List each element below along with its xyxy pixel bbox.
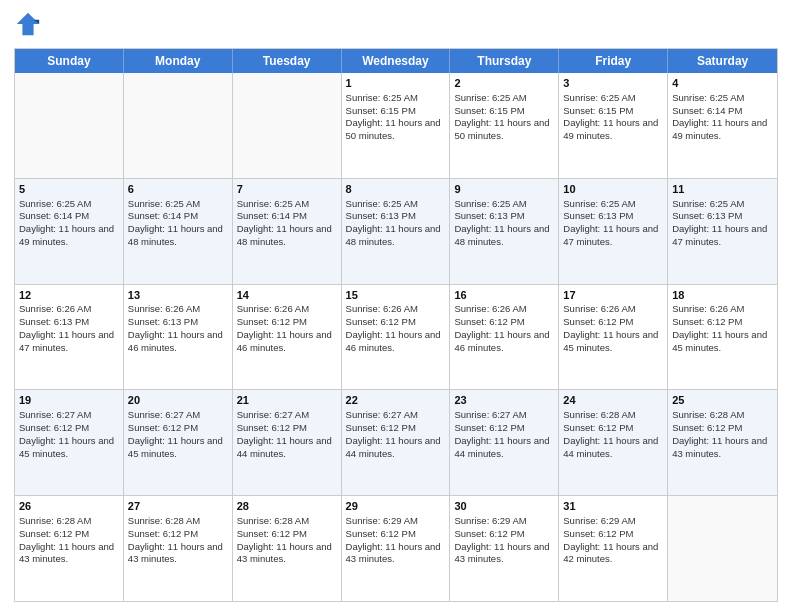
day-cell-30: 30Sunrise: 6:29 AMSunset: 6:12 PMDayligh… (450, 496, 559, 601)
sunrise-text: Sunrise: 6:26 AM (346, 303, 418, 314)
sunset-text: Sunset: 6:13 PM (346, 210, 416, 221)
sunrise-text: Sunrise: 6:25 AM (128, 198, 200, 209)
day-cell-10: 10Sunrise: 6:25 AMSunset: 6:13 PMDayligh… (559, 179, 668, 284)
sunset-text: Sunset: 6:12 PM (346, 528, 416, 539)
sunrise-text: Sunrise: 6:25 AM (672, 92, 744, 103)
sunset-text: Sunset: 6:12 PM (346, 316, 416, 327)
header-day-friday: Friday (559, 49, 668, 73)
day-cell-13: 13Sunrise: 6:26 AMSunset: 6:13 PMDayligh… (124, 285, 233, 390)
sunrise-text: Sunrise: 6:25 AM (672, 198, 744, 209)
day-cell-11: 11Sunrise: 6:25 AMSunset: 6:13 PMDayligh… (668, 179, 777, 284)
sunrise-text: Sunrise: 6:28 AM (128, 515, 200, 526)
day-number: 12 (19, 288, 119, 303)
day-cell-16: 16Sunrise: 6:26 AMSunset: 6:12 PMDayligh… (450, 285, 559, 390)
day-cell-15: 15Sunrise: 6:26 AMSunset: 6:12 PMDayligh… (342, 285, 451, 390)
sunrise-text: Sunrise: 6:26 AM (454, 303, 526, 314)
day-cell-19: 19Sunrise: 6:27 AMSunset: 6:12 PMDayligh… (15, 390, 124, 495)
daylight-text: Daylight: 11 hours and 49 minutes. (19, 223, 114, 247)
day-number: 2 (454, 76, 554, 91)
day-number: 22 (346, 393, 446, 408)
sunset-text: Sunset: 6:15 PM (346, 105, 416, 116)
sunrise-text: Sunrise: 6:25 AM (563, 198, 635, 209)
sunrise-text: Sunrise: 6:29 AM (454, 515, 526, 526)
daylight-text: Daylight: 11 hours and 42 minutes. (563, 541, 658, 565)
header-day-saturday: Saturday (668, 49, 777, 73)
calendar-row-1: 1Sunrise: 6:25 AMSunset: 6:15 PMDaylight… (15, 73, 777, 179)
day-number: 29 (346, 499, 446, 514)
daylight-text: Daylight: 11 hours and 47 minutes. (563, 223, 658, 247)
day-cell-26: 26Sunrise: 6:28 AMSunset: 6:12 PMDayligh… (15, 496, 124, 601)
day-cell-3: 3Sunrise: 6:25 AMSunset: 6:15 PMDaylight… (559, 73, 668, 178)
day-cell-5: 5Sunrise: 6:25 AMSunset: 6:14 PMDaylight… (15, 179, 124, 284)
sunset-text: Sunset: 6:12 PM (237, 422, 307, 433)
logo-icon (14, 10, 42, 38)
sunset-text: Sunset: 6:12 PM (563, 316, 633, 327)
day-cell-23: 23Sunrise: 6:27 AMSunset: 6:12 PMDayligh… (450, 390, 559, 495)
day-cell-8: 8Sunrise: 6:25 AMSunset: 6:13 PMDaylight… (342, 179, 451, 284)
day-number: 14 (237, 288, 337, 303)
daylight-text: Daylight: 11 hours and 43 minutes. (237, 541, 332, 565)
daylight-text: Daylight: 11 hours and 47 minutes. (672, 223, 767, 247)
sunset-text: Sunset: 6:13 PM (19, 316, 89, 327)
daylight-text: Daylight: 11 hours and 44 minutes. (563, 435, 658, 459)
day-number: 21 (237, 393, 337, 408)
sunset-text: Sunset: 6:14 PM (237, 210, 307, 221)
day-cell-6: 6Sunrise: 6:25 AMSunset: 6:14 PMDaylight… (124, 179, 233, 284)
sunrise-text: Sunrise: 6:29 AM (563, 515, 635, 526)
day-cell-24: 24Sunrise: 6:28 AMSunset: 6:12 PMDayligh… (559, 390, 668, 495)
sunset-text: Sunset: 6:13 PM (454, 210, 524, 221)
calendar-row-2: 5Sunrise: 6:25 AMSunset: 6:14 PMDaylight… (15, 179, 777, 285)
calendar-header: SundayMondayTuesdayWednesdayThursdayFrid… (15, 49, 777, 73)
day-number: 24 (563, 393, 663, 408)
day-cell-25: 25Sunrise: 6:28 AMSunset: 6:12 PMDayligh… (668, 390, 777, 495)
empty-cell (668, 496, 777, 601)
calendar-row-4: 19Sunrise: 6:27 AMSunset: 6:12 PMDayligh… (15, 390, 777, 496)
sunset-text: Sunset: 6:12 PM (237, 316, 307, 327)
daylight-text: Daylight: 11 hours and 48 minutes. (237, 223, 332, 247)
daylight-text: Daylight: 11 hours and 49 minutes. (563, 117, 658, 141)
sunset-text: Sunset: 6:12 PM (346, 422, 416, 433)
daylight-text: Daylight: 11 hours and 46 minutes. (346, 329, 441, 353)
sunrise-text: Sunrise: 6:27 AM (454, 409, 526, 420)
day-cell-29: 29Sunrise: 6:29 AMSunset: 6:12 PMDayligh… (342, 496, 451, 601)
daylight-text: Daylight: 11 hours and 49 minutes. (672, 117, 767, 141)
sunrise-text: Sunrise: 6:26 AM (563, 303, 635, 314)
day-cell-20: 20Sunrise: 6:27 AMSunset: 6:12 PMDayligh… (124, 390, 233, 495)
sunrise-text: Sunrise: 6:27 AM (237, 409, 309, 420)
empty-cell (124, 73, 233, 178)
daylight-text: Daylight: 11 hours and 44 minutes. (454, 435, 549, 459)
daylight-text: Daylight: 11 hours and 50 minutes. (346, 117, 441, 141)
daylight-text: Daylight: 11 hours and 43 minutes. (672, 435, 767, 459)
sunrise-text: Sunrise: 6:25 AM (19, 198, 91, 209)
sunrise-text: Sunrise: 6:26 AM (128, 303, 200, 314)
day-number: 7 (237, 182, 337, 197)
sunrise-text: Sunrise: 6:26 AM (19, 303, 91, 314)
day-number: 30 (454, 499, 554, 514)
sunrise-text: Sunrise: 6:25 AM (237, 198, 309, 209)
sunset-text: Sunset: 6:13 PM (128, 316, 198, 327)
header-day-wednesday: Wednesday (342, 49, 451, 73)
calendar-row-5: 26Sunrise: 6:28 AMSunset: 6:12 PMDayligh… (15, 496, 777, 601)
daylight-text: Daylight: 11 hours and 43 minutes. (454, 541, 549, 565)
day-number: 3 (563, 76, 663, 91)
daylight-text: Daylight: 11 hours and 48 minutes. (128, 223, 223, 247)
sunrise-text: Sunrise: 6:28 AM (563, 409, 635, 420)
sunset-text: Sunset: 6:12 PM (672, 422, 742, 433)
sunset-text: Sunset: 6:15 PM (454, 105, 524, 116)
empty-cell (15, 73, 124, 178)
sunrise-text: Sunrise: 6:27 AM (128, 409, 200, 420)
sunset-text: Sunset: 6:12 PM (19, 528, 89, 539)
day-cell-4: 4Sunrise: 6:25 AMSunset: 6:14 PMDaylight… (668, 73, 777, 178)
logo (14, 10, 46, 38)
sunrise-text: Sunrise: 6:28 AM (19, 515, 91, 526)
sunset-text: Sunset: 6:12 PM (19, 422, 89, 433)
daylight-text: Daylight: 11 hours and 45 minutes. (128, 435, 223, 459)
sunrise-text: Sunrise: 6:25 AM (563, 92, 635, 103)
sunset-text: Sunset: 6:12 PM (454, 528, 524, 539)
daylight-text: Daylight: 11 hours and 48 minutes. (454, 223, 549, 247)
sunrise-text: Sunrise: 6:25 AM (346, 92, 418, 103)
day-number: 10 (563, 182, 663, 197)
day-number: 8 (346, 182, 446, 197)
day-cell-9: 9Sunrise: 6:25 AMSunset: 6:13 PMDaylight… (450, 179, 559, 284)
sunset-text: Sunset: 6:12 PM (454, 422, 524, 433)
